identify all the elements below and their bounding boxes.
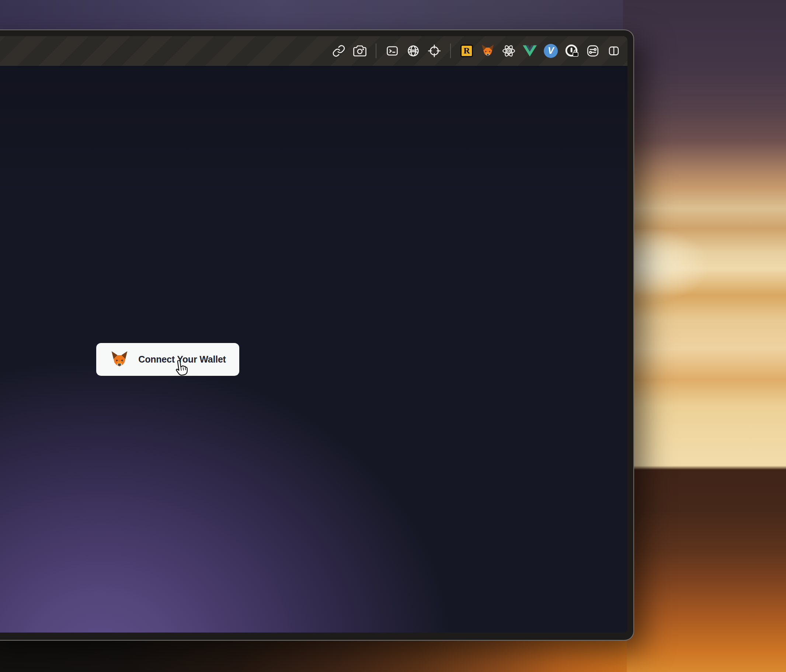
metamask-fox-icon xyxy=(480,44,495,58)
toolbar-separator xyxy=(450,44,451,58)
globe-icon xyxy=(407,44,420,58)
r-badge-letter: R xyxy=(464,46,470,55)
pointer-hand-cursor xyxy=(172,359,189,377)
split-view-icon xyxy=(608,45,620,57)
screenshot-button[interactable] xyxy=(352,44,367,58)
react-atom-icon xyxy=(502,44,516,58)
r-extension-button[interactable]: R xyxy=(459,44,474,58)
metamask-extension-button[interactable] xyxy=(480,44,495,58)
terminal-icon xyxy=(386,44,399,58)
desktop-wallpaper-bottom xyxy=(0,639,627,672)
camera-icon xyxy=(353,44,366,58)
terminal-button[interactable] xyxy=(385,44,399,58)
v-circle-letter: V xyxy=(548,46,554,55)
r-badge-icon: R xyxy=(461,45,473,57)
browser-toolbar: R V xyxy=(0,36,627,66)
network-button[interactable] xyxy=(406,44,421,58)
toolbar-separator xyxy=(376,44,376,58)
crosshair-icon xyxy=(428,44,441,58)
browser-window: R V xyxy=(0,30,634,641)
desktop-wallpaper-sunset xyxy=(623,0,786,672)
v-extension-button[interactable]: V xyxy=(544,44,558,58)
privacy-lock-icon xyxy=(564,44,579,58)
split-view-button[interactable] xyxy=(607,44,621,58)
link-icon xyxy=(332,44,346,58)
sliders-icon xyxy=(586,44,599,58)
link-button[interactable] xyxy=(332,44,346,58)
page-content: Connect Your Wallet xyxy=(0,66,627,633)
vue-logo-icon xyxy=(523,45,537,57)
element-picker-button[interactable] xyxy=(427,44,442,58)
v-circle-icon: V xyxy=(544,44,558,58)
settings-sliders-button[interactable] xyxy=(585,44,600,58)
vue-devtools-button[interactable] xyxy=(522,44,537,58)
metamask-fox-icon xyxy=(110,351,129,368)
react-devtools-button[interactable] xyxy=(501,44,516,58)
privacy-extension-button[interactable] xyxy=(564,44,579,58)
connect-wallet-button[interactable]: Connect Your Wallet xyxy=(96,343,239,376)
